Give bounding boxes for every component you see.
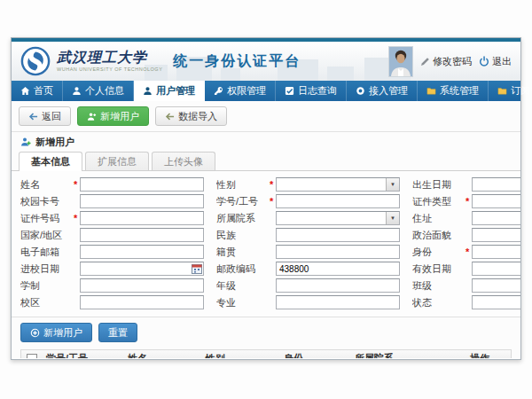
address-input[interactable]: [472, 211, 520, 225]
change-password-link[interactable]: 修改密码: [420, 55, 472, 68]
users-table: 学号/工号 姓名 性别 身份 所属院系 操作: [20, 349, 512, 358]
field-label: 校区: [20, 296, 72, 309]
person-plus-icon: [87, 112, 97, 121]
form-field-status: 状态: [412, 295, 520, 309]
campus-card-input[interactable]: [80, 194, 204, 208]
chevron-down-icon: ▼: [386, 178, 399, 191]
campus-input[interactable]: [80, 295, 204, 309]
form-field-postal-code: 邮政编码: [216, 262, 400, 276]
toolbar: 返回 新增用户 数据导入: [12, 101, 520, 131]
app-header: 武汉理工大学 WUHAN UNIVERSITY OF TECHNOLOGY 统一…: [12, 42, 520, 81]
pencil-icon: [420, 57, 430, 66]
political-status-input[interactable]: [472, 228, 520, 242]
header-user-area: 修改密码 退出: [388, 46, 512, 77]
date-field: [472, 177, 520, 192]
form-field-grade: 年级: [216, 278, 400, 293]
tab-upload-avatar[interactable]: 上传头像: [152, 152, 215, 170]
calendar-icon[interactable]: [192, 263, 202, 274]
birthdate-input[interactable]: [472, 177, 520, 192]
back-button[interactable]: 返回: [19, 106, 71, 126]
field-label: 身份: [412, 246, 464, 259]
field-label: 专业: [216, 296, 268, 309]
field-label-text: 邮政编码: [216, 263, 255, 274]
field-label-text: 政治面貌: [412, 230, 451, 240]
form-field-major: 专业: [216, 295, 400, 309]
reset-label: 重置: [108, 326, 128, 340]
tab-basic-info[interactable]: 基本信息: [19, 152, 82, 171]
nav-item-access-management[interactable]: 接入管理: [347, 81, 418, 101]
field-label: 邮政编码: [216, 262, 268, 276]
chevron-down-icon: ▼: [386, 212, 399, 224]
date-field: [472, 262, 520, 276]
form-field-id-number: 证件号码*: [20, 211, 204, 225]
gender-select[interactable]: ▼: [276, 177, 400, 192]
field-label-text: 专业: [216, 297, 236, 308]
field-label: 校园卡号: [20, 195, 72, 208]
form-field-birthdate: 出生日期: [412, 177, 520, 192]
major-input[interactable]: [276, 295, 400, 309]
nav-item-system-management[interactable]: 系统管理: [418, 81, 489, 101]
logout-link[interactable]: 退出: [479, 55, 512, 68]
screen: 武汉理工大学 WUHAN UNIVERSITY OF TECHNOLOGY 统一…: [0, 0, 532, 399]
main-nav: 首页 个人信息 用户管理 权限管理 日志查询 接入管理: [12, 81, 520, 101]
tab-extended-info[interactable]: 扩展信息: [85, 152, 149, 170]
field-label: 证件号码: [20, 212, 72, 225]
name-input[interactable]: [80, 177, 204, 192]
field-label: 民族: [216, 229, 268, 242]
school-length-input[interactable]: [80, 278, 204, 293]
university-logo: [20, 46, 51, 76]
users-table-header: 学号/工号 姓名 性别 身份 所属院系 操作: [21, 350, 511, 358]
data-import-label: 数据导入: [178, 110, 217, 123]
entry-date-input[interactable]: [80, 262, 204, 276]
nav-item-user-management[interactable]: 用户管理: [134, 81, 205, 101]
native-place-input[interactable]: [276, 245, 400, 259]
class-input[interactable]: [472, 278, 520, 293]
column-header-name: 姓名: [124, 352, 202, 358]
nav-item-subscription-management[interactable]: 订阅管理: [489, 81, 532, 101]
postal-code-input[interactable]: [276, 262, 400, 276]
valid-date-input[interactable]: [472, 262, 520, 276]
nav-item-personal-info[interactable]: 个人信息: [63, 81, 134, 101]
field-label-text: 班级: [412, 280, 432, 291]
field-label-text: 有效日期: [412, 263, 451, 274]
form-field-department: 所属院系 ▼: [216, 211, 400, 225]
nav-label: 个人信息: [85, 84, 124, 98]
arrow-left-icon: [165, 112, 175, 121]
nav-item-log-query[interactable]: 日志查询: [276, 81, 347, 101]
student-id-input[interactable]: [276, 194, 400, 208]
nav-item-home[interactable]: 首页: [12, 81, 63, 101]
nav-label: 权限管理: [227, 84, 266, 98]
select-all-checkbox[interactable]: [27, 354, 37, 359]
user-avatar: [388, 46, 413, 77]
form-field-ethnicity: 民族: [216, 228, 400, 242]
id-type-input[interactable]: [472, 194, 520, 208]
add-user-toolbar-button[interactable]: 新增用户: [77, 106, 149, 126]
identity-input[interactable]: [472, 245, 520, 259]
form-field-id-type: 证件类型*: [412, 194, 520, 208]
required-star: *: [270, 179, 276, 190]
nav-item-permission-management[interactable]: 权限管理: [205, 81, 276, 101]
nav-label: 接入管理: [369, 84, 408, 98]
section-title-row: 新增用户: [12, 132, 520, 152]
field-label: 学制: [20, 279, 72, 293]
email-input[interactable]: [80, 245, 204, 259]
department-select[interactable]: ▼: [276, 211, 400, 225]
form-field-campus-card: 校园卡号: [20, 194, 204, 208]
form-field-native-place: 籍贯: [216, 245, 400, 259]
grade-input[interactable]: [276, 278, 400, 293]
id-number-input[interactable]: [80, 211, 204, 225]
column-header-gender: 性别: [202, 352, 280, 358]
person-plus-icon: [20, 137, 31, 147]
country-input[interactable]: [80, 228, 204, 242]
required-star: *: [74, 213, 80, 223]
add-user-submit-button[interactable]: 新增用户: [20, 323, 92, 342]
status-input[interactable]: [472, 295, 520, 309]
home-icon: [20, 86, 30, 96]
field-label: 电子邮箱: [20, 246, 72, 259]
reset-button[interactable]: 重置: [98, 323, 137, 342]
nav-label: 首页: [34, 84, 53, 98]
ethnicity-input[interactable]: [276, 228, 400, 242]
form-field-identity: 身份*: [412, 245, 520, 259]
data-import-button[interactable]: 数据导入: [155, 106, 227, 126]
field-label-text: 身份: [412, 246, 432, 257]
